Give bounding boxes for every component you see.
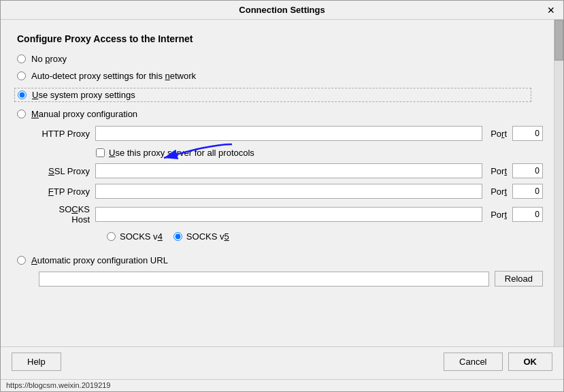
auto-detect-radio[interactable] <box>17 71 26 80</box>
auto-url-radio[interactable] <box>17 256 26 265</box>
manual-proxy-section: Manual proxy configuration <box>17 109 543 242</box>
http-proxy-label: HTTP Proxy <box>39 129 90 139</box>
ftp-port-label: Port <box>491 186 507 197</box>
arrow-annotation <box>157 139 239 166</box>
ssl-proxy-label: SSL Proxy <box>39 166 90 176</box>
system-proxy-radio[interactable] <box>18 91 27 99</box>
auto-url-label: Automatic proxy configuration URL <box>31 255 168 265</box>
http-proxy-row: HTTP Proxy Port <box>39 126 543 141</box>
use-all-protocols-checkbox[interactable] <box>96 148 105 157</box>
socks-v4-radio[interactable] <box>107 232 116 241</box>
section-title: Configure Proxy Access to the Internet <box>17 33 543 44</box>
system-proxy-label: Use system proxy settings <box>32 90 135 100</box>
statusbar: https://blogcsm.weixin.2019219 <box>1 379 563 391</box>
socks-version-row: SOCKS v4 SOCKS v5 <box>107 231 543 242</box>
auto-detect-label: Auto-detect proxy settings for this netw… <box>31 71 196 81</box>
ftp-proxy-input[interactable] <box>95 184 482 199</box>
ssl-port-label: Port <box>491 166 507 176</box>
scrollbar[interactable] <box>554 20 563 346</box>
ok-button[interactable]: OK <box>508 353 553 371</box>
http-port-label: Port <box>491 129 507 139</box>
manual-proxy-radio[interactable] <box>17 110 26 118</box>
dialog-content: Configure Proxy Access to the Internet N… <box>1 20 563 346</box>
manual-proxy-fields: HTTP Proxy Port Use this proxy server fo… <box>39 126 543 242</box>
scrollbar-thumb[interactable] <box>554 20 563 61</box>
socks-v4-label: SOCKS v4 <box>120 231 163 242</box>
no-proxy-label: No proxy <box>31 54 67 64</box>
ssl-proxy-row: SSL Proxy Port <box>39 163 543 178</box>
auto-url-input[interactable] <box>39 272 489 287</box>
socks-port-label: Port <box>491 210 507 220</box>
titlebar: Connection Settings ✕ <box>1 1 563 20</box>
proxy-options-group: No proxy Auto-detect proxy settings for … <box>17 54 543 287</box>
statusbar-text: https://blogcsm.weixin.2019219 <box>6 381 110 389</box>
socks-v5-radio[interactable] <box>173 232 182 241</box>
ssl-proxy-input[interactable] <box>95 163 482 178</box>
help-button[interactable]: Help <box>12 353 61 371</box>
socks-host-label: SOCKS Host <box>39 204 90 225</box>
ftp-proxy-label: FTP Proxy <box>39 186 90 197</box>
connection-settings-dialog: Connection Settings ✕ Configure Proxy Ac… <box>0 0 564 392</box>
ftp-proxy-row: FTP Proxy Port <box>39 184 543 199</box>
ftp-port-input[interactable] <box>512 184 543 199</box>
manual-proxy-option[interactable]: Manual proxy configuration <box>17 109 543 119</box>
ssl-port-input[interactable] <box>512 163 543 178</box>
dialog-footer: Help Cancel OK <box>1 346 563 379</box>
auto-url-option[interactable]: Automatic proxy configuration URL <box>17 255 543 265</box>
socks-v4-option[interactable]: SOCKS v4 <box>107 231 163 242</box>
manual-proxy-label: Manual proxy configuration <box>31 109 137 119</box>
no-proxy-radio[interactable] <box>17 54 26 63</box>
auto-proxy-section: Automatic proxy configuration URL Reload <box>17 255 543 287</box>
socks-host-input[interactable] <box>95 207 482 222</box>
socks-v5-option[interactable]: SOCKS v5 <box>173 231 229 242</box>
http-port-input[interactable] <box>512 126 543 141</box>
auto-detect-option[interactable]: Auto-detect proxy settings for this netw… <box>17 71 543 81</box>
socks-v5-label: SOCKS v5 <box>186 231 229 242</box>
reload-button[interactable]: Reload <box>495 271 543 287</box>
socks-host-row: SOCKS Host Port <box>39 204 543 225</box>
auto-url-row: Reload <box>39 271 543 287</box>
cancel-button[interactable]: Cancel <box>444 353 502 371</box>
socks-port-input[interactable] <box>512 207 543 222</box>
close-button[interactable]: ✕ <box>544 5 558 15</box>
no-proxy-option[interactable]: No proxy <box>17 54 543 64</box>
system-proxy-option[interactable]: Use system proxy settings <box>14 88 531 102</box>
footer-right-buttons: Cancel OK <box>444 353 552 371</box>
dialog-title: Connection Settings <box>20 5 544 15</box>
http-proxy-input[interactable] <box>95 126 482 141</box>
